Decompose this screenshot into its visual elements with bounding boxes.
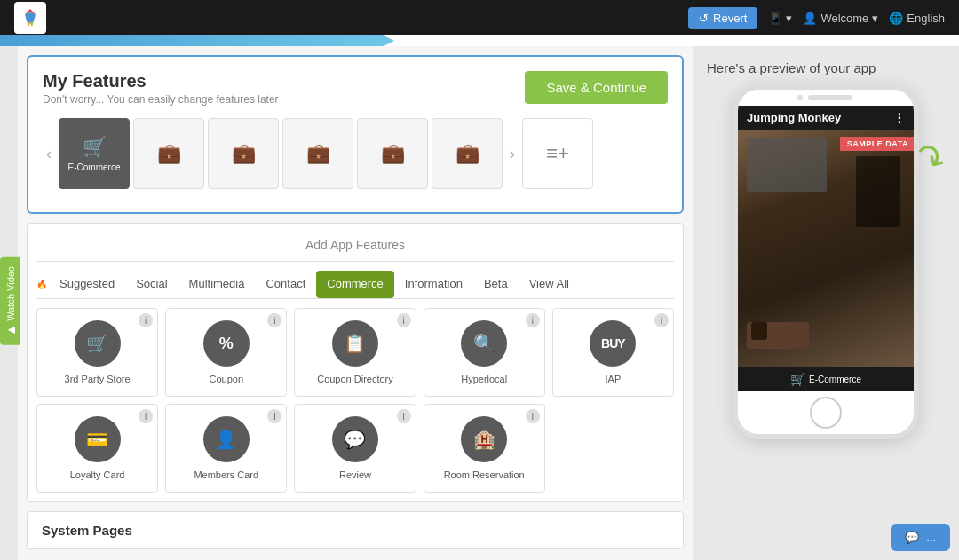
progress-area: [0, 35, 959, 46]
briefcase-icon: 💼: [381, 142, 405, 165]
chevron-down-icon: ▾: [872, 12, 878, 25]
system-pages: System Pages: [27, 511, 684, 549]
play-icon: ▶: [4, 325, 16, 336]
hyperlocal-icon: 🔍: [461, 320, 507, 367]
feature-item-3[interactable]: 💼: [208, 118, 279, 189]
watch-video-tab[interactable]: ▶ Watch Video: [0, 257, 20, 345]
info-icon[interactable]: i: [654, 313, 669, 327]
tab-beta[interactable]: Beta: [473, 271, 519, 298]
feature-icons-row: ‹ 🛒 E-Commerce 💼 💼 💼 💼 💼: [43, 118, 668, 189]
device-selector[interactable]: 📱 ▾: [768, 12, 792, 25]
chat-widget[interactable]: 💬 ...: [891, 524, 950, 551]
features-title-area: My Features Don't worry... You can easil…: [43, 71, 279, 106]
welcome-label: Welcome: [820, 12, 868, 25]
tab-information[interactable]: Information: [394, 271, 473, 298]
add-feature-button[interactable]: ≡+: [522, 118, 593, 189]
info-icon[interactable]: i: [526, 409, 540, 423]
briefcase-icon: 💼: [456, 142, 480, 165]
directory-icon: 📋: [332, 320, 378, 367]
device-icon: 📱: [768, 12, 782, 25]
card-label: IAP: [606, 374, 622, 384]
add-features-area: Add App Features 🔥 Suggested Social Mult…: [27, 223, 684, 502]
preview-container: ↷ Jumping Monkey ⋮: [733, 84, 919, 439]
briefcase-icon: 💼: [157, 142, 181, 165]
feature-card-coupon[interactable]: i % Coupon: [165, 308, 287, 397]
globe-icon: 🌐: [889, 12, 903, 25]
feature-card-loyalty-card[interactable]: i 💳 Loyalty Card: [36, 404, 158, 493]
info-icon[interactable]: i: [139, 313, 153, 327]
bottom-label: E-Commerce: [809, 375, 861, 384]
feature-card-review[interactable]: i 💬 Review: [294, 404, 416, 493]
next-arrow[interactable]: ›: [506, 141, 519, 167]
feature-cards: i 🛒 3rd Party Store i % Coupon i 📋 Coupo…: [36, 308, 674, 493]
coupon-icon: %: [203, 320, 250, 367]
tab-contact[interactable]: Contact: [255, 271, 316, 298]
phone-screen: Jumping Monkey ⋮ SAMPLE DATA: [738, 90, 914, 434]
card-label: 3rd Party Store: [65, 374, 131, 384]
laptop-sim: [747, 138, 827, 192]
menu-dots: ⋮: [893, 111, 905, 124]
iap-icon: BUY: [590, 320, 636, 367]
right-panel: Here's a preview of your app ↷ Jumping M…: [693, 46, 959, 560]
phone-bottom-bar: 🛒 E-Commerce: [738, 367, 914, 391]
phone-home-button[interactable]: [810, 397, 842, 429]
features-title: My Features: [43, 71, 279, 91]
feature-card-iap[interactable]: i BUY IAP: [552, 308, 674, 397]
app-name: Jumping Monkey: [747, 111, 841, 124]
add-features-title: Add App Features: [36, 233, 674, 262]
info-icon[interactable]: i: [139, 409, 153, 423]
cart-icon: 🛒: [83, 136, 107, 159]
card-label: Hyperlocal: [461, 374, 507, 384]
revert-label: Revert: [713, 12, 747, 25]
cup-sim: [751, 322, 767, 340]
user-icon: 👤: [803, 12, 817, 25]
language-label: English: [907, 12, 945, 25]
language-menu[interactable]: 🌐 English: [889, 12, 945, 25]
tab-commerce[interactable]: Commerce: [316, 271, 394, 298]
tab-view-all[interactable]: View All: [519, 271, 580, 298]
left-panel: My Features Don't worry... You can easil…: [18, 46, 693, 560]
phone-mockup: Jumping Monkey ⋮ SAMPLE DATA: [733, 84, 919, 439]
tab-suggested[interactable]: Suggested: [49, 271, 125, 298]
prev-arrow[interactable]: ‹: [43, 141, 55, 167]
feature-card-coupon-directory[interactable]: i 📋 Coupon Directory: [294, 308, 416, 397]
feature-item-5[interactable]: 💼: [357, 118, 428, 189]
info-icon[interactable]: i: [267, 313, 281, 327]
info-icon[interactable]: i: [526, 313, 540, 327]
status-dot: [797, 95, 803, 100]
members-icon: 👤: [203, 416, 250, 462]
phone-status-bar: [738, 90, 914, 106]
watch-video-label: Watch Video: [5, 266, 16, 321]
topbar-right: ↺ Revert 📱 ▾ 👤 Welcome ▾ 🌐 English: [688, 7, 945, 29]
welcome-menu[interactable]: 👤 Welcome ▾: [803, 12, 878, 25]
progress-bar-fill: [0, 35, 384, 46]
sample-data-badge: SAMPLE DATA: [840, 137, 914, 151]
chat-label: ...: [926, 531, 936, 544]
revert-button[interactable]: ↺ Revert: [688, 7, 757, 29]
card-label: Coupon Directory: [317, 374, 393, 384]
phone-content-image: SAMPLE DATA: [738, 130, 914, 367]
feature-item-ecommerce[interactable]: 🛒 E-Commerce: [59, 118, 130, 189]
info-icon[interactable]: i: [267, 409, 281, 423]
status-line: [808, 95, 852, 100]
tab-multimedia[interactable]: Multimedia: [178, 271, 256, 298]
person-sim: [856, 156, 900, 227]
info-icon[interactable]: i: [397, 409, 411, 423]
feature-item-6[interactable]: 💼: [432, 118, 503, 189]
system-pages-title: System Pages: [42, 523, 669, 538]
feature-card-3rd-party-store[interactable]: i 🛒 3rd Party Store: [36, 308, 158, 397]
feature-card-members-card[interactable]: i 👤 Members Card: [165, 404, 287, 493]
feature-card-hyperlocal[interactable]: i 🔍 Hyperlocal: [424, 308, 545, 397]
feature-item-4[interactable]: 💼: [282, 118, 353, 189]
save-continue-button[interactable]: Save & Continue: [525, 71, 668, 104]
feature-item-2[interactable]: 💼: [133, 118, 204, 189]
feature-card-room-reservation[interactable]: i 🏨 Room Reservation: [424, 404, 545, 493]
info-icon[interactable]: i: [397, 313, 411, 327]
tab-social[interactable]: Social: [125, 271, 178, 298]
app-logo: [14, 2, 46, 34]
card-label: Room Reservation: [444, 469, 525, 480]
topbar-left: [14, 2, 53, 34]
preview-title: Here's a preview of your app: [707, 60, 876, 75]
main-layout: My Features Don't worry... You can easil…: [0, 46, 959, 560]
category-tabs: 🔥 Suggested Social Multimedia Contact Co…: [36, 271, 674, 299]
